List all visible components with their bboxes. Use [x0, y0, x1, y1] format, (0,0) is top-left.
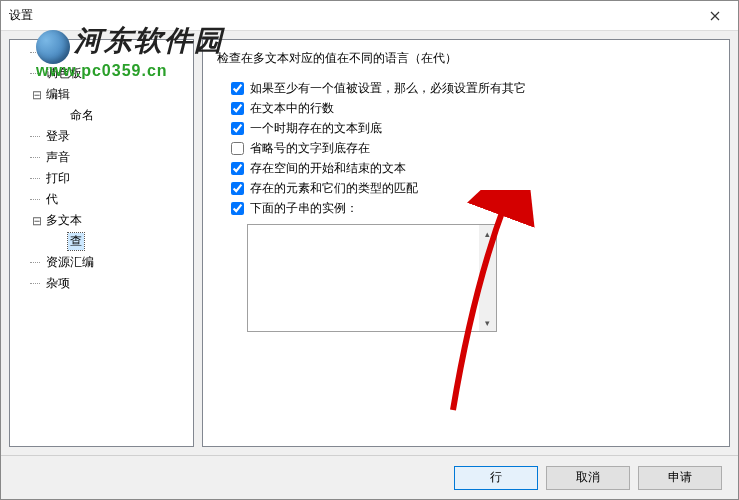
dialog-footer: 行 取消 申请 [1, 455, 738, 499]
checkbox-label: 在文本中的行数 [250, 100, 334, 117]
section-heading: 检查在多文本对应的值在不同的语言（在代） [217, 50, 715, 67]
tree-item[interactable]: 命名 [10, 105, 193, 126]
tree-item-label: 编辑 [44, 86, 72, 103]
settings-tree[interactable]: 般调色板⊟编辑命名登录声音打印代⊟多文本查资源汇编杂项 [9, 39, 194, 447]
tree-item[interactable]: 资源汇编 [10, 252, 193, 273]
tree-indent [30, 199, 40, 200]
checkbox-label: 一个时期存在的文本到底 [250, 120, 382, 137]
tree-item[interactable]: 查 [10, 231, 193, 252]
tree-indent [30, 157, 40, 158]
tree-indent [30, 52, 40, 53]
substring-textarea[interactable]: ▴ ▾ [247, 224, 497, 332]
checkbox[interactable] [231, 102, 244, 115]
tree-item-label: 杂项 [44, 275, 72, 292]
checkbox-row[interactable]: 在文本中的行数 [231, 100, 715, 117]
checkbox-row[interactable]: 如果至少有一个值被设置，那么，必须设置所有其它 [231, 80, 715, 97]
checkbox-row[interactable]: 存在的元素和它们的类型的匹配 [231, 180, 715, 197]
tree-item[interactable]: 杂项 [10, 273, 193, 294]
tree-indent [30, 136, 40, 137]
cancel-button[interactable]: 取消 [546, 466, 630, 490]
tree-item[interactable]: 登录 [10, 126, 193, 147]
tree-item-label: 调色板 [44, 65, 84, 82]
tree-item-label: 命名 [68, 107, 96, 124]
checkbox-label: 如果至少有一个值被设置，那么，必须设置所有其它 [250, 80, 526, 97]
tree-item[interactable]: 声音 [10, 147, 193, 168]
tree-item-label: 资源汇编 [44, 254, 96, 271]
checkbox[interactable] [231, 82, 244, 95]
tree-indent [30, 178, 40, 179]
checkbox-label: 下面的子串的实例： [250, 200, 358, 217]
tree-item-label: 登录 [44, 128, 72, 145]
tree-indent [30, 262, 40, 263]
tree-item-label: 声音 [44, 149, 72, 166]
window-body: 般调色板⊟编辑命名登录声音打印代⊟多文本查资源汇编杂项 检查在多文本对应的值在不… [1, 31, 738, 499]
tree-item[interactable]: 代 [10, 189, 193, 210]
checkbox[interactable] [231, 182, 244, 195]
tree-item[interactable]: 调色板 [10, 63, 193, 84]
checkbox-row[interactable]: 下面的子串的实例： [231, 200, 715, 217]
main-area: 般调色板⊟编辑命名登录声音打印代⊟多文本查资源汇编杂项 检查在多文本对应的值在不… [1, 31, 738, 455]
checkbox[interactable] [231, 122, 244, 135]
collapse-icon[interactable]: ⊟ [30, 88, 44, 102]
close-icon [710, 11, 720, 21]
tree-item-label: 代 [44, 191, 60, 208]
tree-item[interactable]: ⊟多文本 [10, 210, 193, 231]
content-panel: 检查在多文本对应的值在不同的语言（在代） 如果至少有一个值被设置，那么，必须设置… [202, 39, 730, 447]
ok-button[interactable]: 行 [454, 466, 538, 490]
tree-indent [30, 283, 40, 284]
scroll-down-icon[interactable]: ▾ [479, 314, 496, 331]
scroll-up-icon[interactable]: ▴ [479, 225, 496, 242]
checkbox-label: 省略号的文字到底存在 [250, 140, 370, 157]
close-button[interactable] [692, 1, 738, 31]
settings-window: 设置 般调色板⊟编辑命名登录声音打印代⊟多文本查资源汇编杂项 检查在多文本对应的… [0, 0, 739, 500]
tree-item-label: 查 [68, 233, 84, 250]
checkbox[interactable] [231, 142, 244, 155]
tree-item[interactable]: ⊟编辑 [10, 84, 193, 105]
tree-item-label: 般 [44, 44, 60, 61]
collapse-icon[interactable]: ⊟ [30, 214, 44, 228]
checkbox-row[interactable]: 存在空间的开始和结束的文本 [231, 160, 715, 177]
scroll-track[interactable] [479, 242, 496, 314]
checkbox-label: 存在空间的开始和结束的文本 [250, 160, 406, 177]
checkbox[interactable] [231, 162, 244, 175]
tree-item[interactable]: 打印 [10, 168, 193, 189]
window-title: 设置 [9, 7, 692, 24]
tree-item[interactable]: 般 [10, 42, 193, 63]
tree-item-label: 多文本 [44, 212, 84, 229]
checkbox-row[interactable]: 省略号的文字到底存在 [231, 140, 715, 157]
scrollbar[interactable]: ▴ ▾ [479, 225, 496, 331]
titlebar: 设置 [1, 1, 738, 31]
apply-button[interactable]: 申请 [638, 466, 722, 490]
tree-item-label: 打印 [44, 170, 72, 187]
checkbox-row[interactable]: 一个时期存在的文本到底 [231, 120, 715, 137]
tree-indent [30, 73, 40, 74]
checkbox[interactable] [231, 202, 244, 215]
checkbox-label: 存在的元素和它们的类型的匹配 [250, 180, 418, 197]
checkbox-list: 如果至少有一个值被设置，那么，必须设置所有其它在文本中的行数一个时期存在的文本到… [217, 77, 715, 220]
